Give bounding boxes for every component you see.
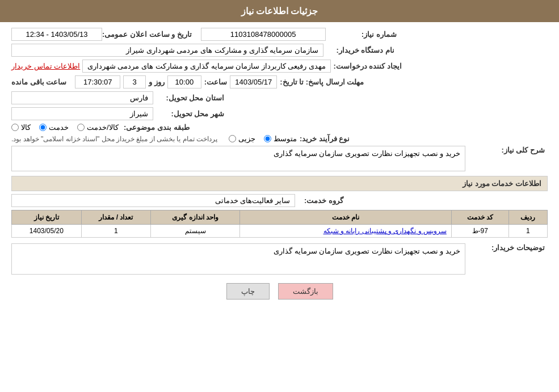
need-number-row: شماره نیاز: 1103108478000005 تاریخ و ساع… xyxy=(11,28,548,41)
buttons-row: بازگشت چاپ xyxy=(11,283,548,300)
send-days-label: روز و xyxy=(149,78,165,86)
creator-value: مهدی رفیعی کاربرداز سازمان سرمایه گذاری … xyxy=(82,60,331,73)
col-header-row: ردیف xyxy=(508,210,547,225)
contact-link[interactable]: اطلاعات تماس خریدار xyxy=(11,62,80,70)
buyer-name-row: نام دستگاه خریدار: سازمان سرمایه گذاری و… xyxy=(11,44,548,57)
city-value: شیراز xyxy=(11,107,153,120)
province-row: استان محل تحویل: فارس xyxy=(11,91,548,104)
send-date-label: مهلت ارسال پاسخ: تا تاریخ: xyxy=(280,78,364,86)
services-section-title: اطلاعات خدمات مورد نیاز xyxy=(463,179,541,188)
send-remaining-label: ساعت باقی مانده xyxy=(11,78,66,86)
need-desc-textarea[interactable] xyxy=(11,146,465,171)
table-row: 1 97-ط سرویس و نگهداری و پشتیبانی رایانه… xyxy=(12,225,548,238)
category-label-kala-khedmat: کالا/خدمت xyxy=(87,123,119,132)
proc-label-mota: متوسط xyxy=(274,134,297,143)
table-header-row: ردیف کد خدمت نام خدمت واحد اندازه گیری ت… xyxy=(12,210,548,225)
service-group-row: گروه خدمت: سایر فعالیت‌های خدماتی xyxy=(11,194,548,207)
page-wrapper: جزئیات اطلاعات نیاز شماره نیاز: 11031084… xyxy=(0,0,559,392)
category-item-kala-khedmat[interactable]: کالا/خدمت xyxy=(77,123,119,132)
send-remaining-value: 17:30:07 xyxy=(75,75,120,88)
category-radio-kala-khedmat[interactable] xyxy=(77,124,85,131)
category-label-khedmat: خدمت xyxy=(49,123,69,132)
province-value: فارس xyxy=(11,91,153,104)
creator-label: ایجاد کننده درخواست: xyxy=(331,62,405,70)
cell-date: 1403/05/20 xyxy=(12,225,82,238)
proc-row: نوع فرآیند خرید: متوسط جزیی پرداخت تمام … xyxy=(11,134,548,143)
send-days-value: 3 xyxy=(123,75,146,88)
category-item-khedmat[interactable]: خدمت xyxy=(39,123,69,132)
cell-name[interactable]: سرویس و نگهداری و پشتیبانی رایانه و شبکه xyxy=(240,225,452,238)
proc-description: پرداخت تمام یا بخشی از مبلغ خریداز محل "… xyxy=(11,135,217,143)
proc-label-jozi: جزیی xyxy=(238,134,255,143)
proc-item-mota[interactable]: متوسط xyxy=(264,134,297,143)
page-title: جزئیات اطلاعات نیاز xyxy=(241,6,318,16)
category-label-kala: کالا xyxy=(21,123,31,132)
city-row: شهر محل تحویل: شیراز xyxy=(11,107,548,120)
send-date-value: 1403/05/17 xyxy=(230,75,277,88)
need-number-label: شماره نیاز: xyxy=(326,30,400,39)
proc-radio-jozi[interactable] xyxy=(229,135,236,142)
buyer-desc-section: توضیحات خریدار: xyxy=(11,243,548,275)
category-item-kala[interactable]: کالا xyxy=(11,123,31,132)
buyer-name-label: نام دستگاه خریدار: xyxy=(323,46,397,54)
buyer-name-value: سازمان سرمایه گذاری و مشارکت های مردمی ش… xyxy=(11,44,323,57)
proc-item-jozi[interactable]: جزیی xyxy=(229,134,255,143)
cell-unit: سیستم xyxy=(151,225,240,238)
province-label: استان محل تحویل: xyxy=(153,94,227,102)
cell-code: 97-ط xyxy=(451,225,508,238)
send-time-label: ساعت: xyxy=(204,78,227,86)
category-label: طبقه بندی موضوعی: xyxy=(119,123,192,132)
page-header: جزئیات اطلاعات نیاز xyxy=(0,0,559,22)
col-header-unit: واحد اندازه گیری xyxy=(151,210,240,225)
proc-radio-group: متوسط جزیی xyxy=(229,134,297,143)
need-desc-section: شرح کلی نیاز: xyxy=(11,146,548,171)
col-header-name: نام خدمت xyxy=(240,210,452,225)
proc-type-label: نوع فرآیند خرید: xyxy=(300,134,350,143)
cell-qty: 1 xyxy=(81,225,151,238)
need-desc-label: شرح کلی نیاز: xyxy=(474,146,548,154)
service-group-label: گروه خدمت: xyxy=(298,196,343,205)
content-area: شماره نیاز: 1103108478000005 تاریخ و ساع… xyxy=(0,22,559,305)
category-radio-group: کالا/خدمت خدمت کالا xyxy=(11,123,119,132)
creator-row: ایجاد کننده درخواست: مهدی رفیعی کاربرداز… xyxy=(11,60,548,73)
city-label: شهر محل تحویل: xyxy=(153,109,227,118)
cell-row: 1 xyxy=(508,225,547,238)
proc-radio-mota[interactable] xyxy=(264,135,271,142)
col-header-date: تاریخ نیاز xyxy=(12,210,82,225)
category-radio-kala[interactable] xyxy=(11,124,19,131)
col-header-code: کد خدمت xyxy=(451,210,508,225)
col-header-qty: تعداد / مقدار xyxy=(81,210,151,225)
announce-date-label: تاریخ و ساعت اعلان عمومی: xyxy=(102,30,195,39)
buyer-desc-label: توضیحات خریدار: xyxy=(474,243,548,252)
need-number-value: 1103108478000005 xyxy=(201,28,326,41)
service-group-value: سایر فعالیت‌های خدماتی xyxy=(11,194,295,207)
back-button[interactable]: بازگشت xyxy=(278,283,333,300)
print-button[interactable]: چاپ xyxy=(226,283,270,300)
category-radio-khedmat[interactable] xyxy=(39,124,47,131)
send-time-value: 10:00 xyxy=(167,75,201,88)
services-table: ردیف کد خدمت نام خدمت واحد اندازه گیری ت… xyxy=(11,210,548,238)
buyer-desc-textarea[interactable] xyxy=(11,243,465,275)
services-section-header: اطلاعات خدمات مورد نیاز xyxy=(11,176,548,191)
send-date-row: مهلت ارسال پاسخ: تا تاریخ: 1403/05/17 سا… xyxy=(11,75,548,88)
category-row: طبقه بندی موضوعی: کالا/خدمت خدمت کالا xyxy=(11,123,548,132)
announce-date-value: 1403/05/13 - 12:34 xyxy=(11,28,102,41)
